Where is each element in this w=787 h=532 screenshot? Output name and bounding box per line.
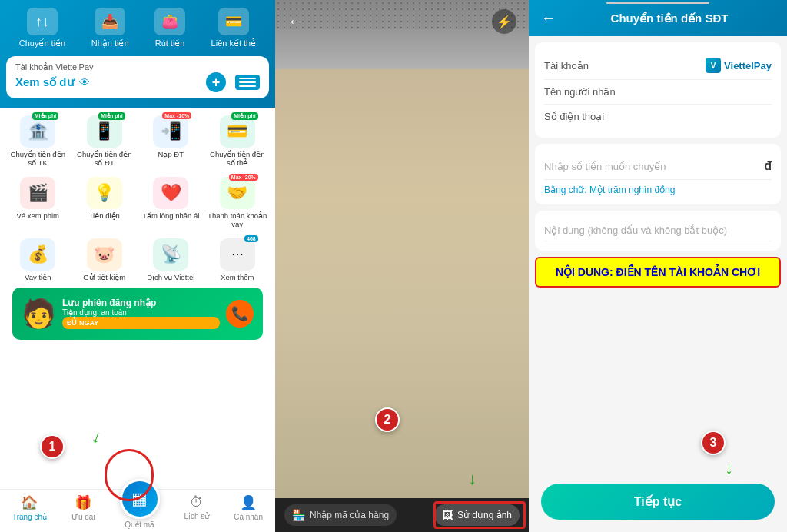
amount-placeholder: Nhập số tiền muốn chuyển [544, 161, 764, 172]
phone-row: Số điện thoại [544, 105, 772, 128]
service-tam-long[interactable]: ❤️ Tấm lòng nhân ái [139, 174, 203, 232]
account-label: Tài khoản [544, 60, 589, 71]
service-xem-them-icon: ⋯ 468 [220, 238, 255, 271]
nav-nhan-tien-label: Nhận tiền [91, 38, 129, 48]
store-icon: 🏪 [292, 509, 305, 521]
profile-icon: 👤 [240, 494, 257, 511]
promo-banner[interactable]: 🧑 Lưu phiên đăng nhập Tiện dụng, an toàn… [12, 288, 263, 340]
nav-nhan-tien[interactable]: 📥 Nhận tiền [91, 8, 129, 48]
bottom-nav-lich-su[interactable]: ⏱ Lịch sử [184, 494, 209, 529]
service-chuyen-tien-tk-icon: 🏦 Miễn phí [20, 115, 55, 148]
service-chuyen-tien-dt[interactable]: 📱 Miễn phí Chuyển tiền đến số ĐT [73, 112, 137, 171]
service-gui-tiet-kiem-label: Gửi tiết kiệm [83, 273, 125, 281]
banner-button[interactable]: ĐỦ NGAY [62, 317, 220, 329]
highlight-instruction-text: NỘI DUNG: ĐIỀN TÊN TÀI KHOẢN CHƠI [546, 266, 770, 278]
service-gui-tiet-kiem-icon: 🐷 [87, 238, 122, 271]
panel-viettel-home: ↑↓ Chuyển tiền 📥 Nhận tiền 👛 Rút tiền 💳 … [0, 0, 275, 532]
service-vay-tien[interactable]: 💰 Vay tiền [6, 235, 70, 284]
banner-figure: 🧑 [22, 298, 56, 330]
service-thanh-toan[interactable]: 🤝 Max -20% Thanh toán khoản vay [206, 174, 270, 232]
p3-account-form: Tài khoản V ViettelPay Tên người nhận Số… [535, 42, 781, 138]
service-tien-dien-label: Tiền điện [89, 211, 120, 220]
p1-top-nav: ↑↓ Chuyển tiền 📥 Nhận tiền 👛 Rút tiền 💳 … [6, 8, 269, 48]
service-chuyen-tien-the[interactable]: 💳 Miễn phí Chuyển tiền đến số thẻ [206, 112, 270, 171]
service-chuyen-tien-tk[interactable]: 🏦 Miễn phí Chuyển tiền đến số TK [6, 112, 70, 171]
enter-store-code-option[interactable]: 🏪 Nhập mã cửa hàng [284, 504, 397, 526]
step1-number: 1 [49, 440, 56, 454]
service-vay-tien-label: Vay tiền [25, 273, 51, 281]
account-box: Tài khoản ViettelPay Xem số dư 👁 + [6, 56, 269, 98]
bottom-nav-uu-dai[interactable]: 🎁 Ưu đãi [71, 494, 95, 529]
nav-chuyen-tien[interactable]: ↑↓ Chuyển tiền [19, 8, 65, 48]
note-section: Nội dung (không dấu và không bắt buộc) [535, 211, 781, 251]
bottom-nav-uu-dai-label: Ưu đãi [71, 513, 95, 521]
bottom-nav-ca-nhan-label: Cá nhân [234, 513, 263, 521]
service-chuyen-tien-tk-label: Chuyển tiền đến số TK [8, 150, 68, 168]
services-section: 🏦 Miễn phí Chuyển tiền đến số TK 📱 Miễn … [0, 108, 275, 489]
flash-icon: ⚡ [496, 15, 512, 29]
p3-back-button[interactable]: ← [541, 9, 556, 27]
currency-symbol: đ [764, 159, 772, 173]
service-tien-dien[interactable]: 💡 Tiền điện [73, 174, 137, 232]
nav-rut-tien-icon: 👛 [154, 8, 185, 35]
phone-label: Số điện thoại [544, 111, 604, 122]
bottom-nav-lich-su-label: Lịch sử [184, 512, 209, 520]
bottom-nav-trang-chu-label: Trang chủ [12, 513, 47, 521]
camera-wood-surface [275, 69, 529, 498]
service-xem-them[interactable]: ⋯ 468 Xem thêm [206, 235, 270, 284]
service-dich-vu-viettel[interactable]: 📡 Dịch vụ Viettel [139, 235, 203, 284]
step1-indicator: 1 [40, 434, 65, 459]
use-image-highlight [433, 501, 526, 529]
amount-words: Bằng chữ: Một trăm nghìn đồng [544, 185, 772, 195]
step3-number: 3 [710, 436, 717, 450]
service-thanh-toan-icon: 🤝 Max -20% [220, 177, 255, 209]
account-row: Tài khoản V ViettelPay [544, 52, 772, 80]
highlight-instruction-box: NỘI DUNG: ĐIỀN TÊN TÀI KHOẢN CHƠI [535, 257, 781, 288]
p3-page-title: Chuyển tiền đến SĐT [564, 12, 775, 25]
p3-header: ← Chuyển tiền đến SĐT [529, 0, 787, 36]
home-icon: 🏠 [21, 494, 38, 511]
service-xem-them-label: Xem thêm [221, 273, 254, 281]
scan-button-highlight [105, 449, 154, 501]
viettel-pay-logo: V ViettelPay [706, 58, 772, 73]
viettel-pay-logo-text: ViettelPay [724, 60, 772, 71]
service-ve-xem-phim[interactable]: 🎬 Vé xem phim [6, 174, 70, 232]
nav-chuyen-tien-icon: ↑↓ [27, 8, 58, 35]
enter-store-code-label: Nhập mã cửa hàng [310, 510, 389, 520]
nav-rut-tien-label: Rút tiền [155, 38, 185, 48]
service-dich-vu-viettel-label: Dịch vụ Viettel [147, 273, 194, 281]
service-nap-dt-label: Nạp ĐT [158, 150, 184, 158]
panel-transfer-form: ← Chuyển tiền đến SĐT Tài khoản V Viette… [529, 0, 787, 532]
service-chuyen-tien-dt-label: Chuyển tiền đến số ĐT [75, 150, 135, 168]
service-tam-long-label: Tấm lòng nhân ái [142, 211, 199, 220]
deal-icon: 🎁 [75, 494, 91, 511]
nav-chuyen-tien-label: Chuyển tiền [19, 38, 65, 48]
p2-back-button[interactable]: ← [287, 12, 304, 32]
eye-icon[interactable]: 👁 [79, 76, 90, 88]
service-gui-tiet-kiem[interactable]: 🐷 Gửi tiết kiệm [73, 235, 137, 284]
service-thanh-toan-label: Thanh toán khoản vay [208, 211, 268, 229]
nav-rut-tien[interactable]: 👛 Rút tiền [154, 8, 185, 48]
bottom-nav-trang-chu[interactable]: 🏠 Trang chủ [12, 494, 47, 529]
service-chuyen-tien-the-icon: 💳 Miễn phí [220, 115, 255, 148]
p2-flash-button[interactable]: ⚡ [492, 9, 516, 34]
service-nap-dt[interactable]: 📲 Max -10% Nạp ĐT [139, 112, 203, 171]
bottom-nav-ca-nhan[interactable]: 👤 Cá nhân [234, 494, 263, 529]
add-money-button[interactable]: + [206, 72, 226, 92]
service-grid: 🏦 Miễn phí Chuyển tiền đến số TK 📱 Miễn … [6, 112, 269, 284]
service-nap-dt-icon: 📲 Max -10% [153, 115, 188, 148]
bottom-nav-quet-ma-label: Quét mã [125, 520, 154, 529]
banner-title: Lưu phiên đăng nhập [62, 298, 220, 308]
nav-lien-ket-the-icon: 💳 [218, 8, 249, 35]
nav-lien-ket-the[interactable]: 💳 Liên kết thẻ [211, 8, 257, 48]
service-ve-xem-phim-label: Vé xem phim [17, 211, 59, 220]
top-divider [606, 2, 709, 4]
step2-indicator: 2 [375, 407, 400, 432]
note-input[interactable]: Nội dung (không dấu và không bắt buộc) [544, 220, 772, 241]
receiver-name-row: Tên người nhận [544, 80, 772, 105]
nav-nhan-tien-icon: 📥 [95, 8, 125, 35]
balance-label[interactable]: Xem số dư [15, 75, 75, 89]
submit-button[interactable]: Tiếp tục [541, 484, 775, 520]
service-tam-long-icon: ❤️ [153, 177, 188, 209]
menu-button[interactable] [235, 75, 260, 90]
